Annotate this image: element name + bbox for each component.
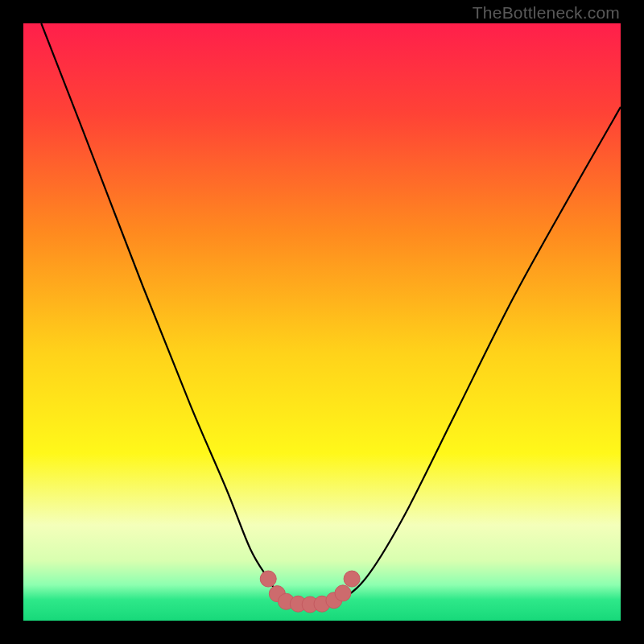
plot-area bbox=[23, 23, 621, 621]
gradient-background bbox=[23, 23, 621, 621]
outer-frame: TheBottleneck.com bbox=[0, 0, 644, 644]
marker-dot bbox=[260, 571, 276, 587]
marker-dot bbox=[335, 585, 351, 601]
bottleneck-chart bbox=[23, 23, 621, 621]
marker-dot bbox=[344, 571, 360, 587]
watermark-text: TheBottleneck.com bbox=[473, 3, 620, 23]
